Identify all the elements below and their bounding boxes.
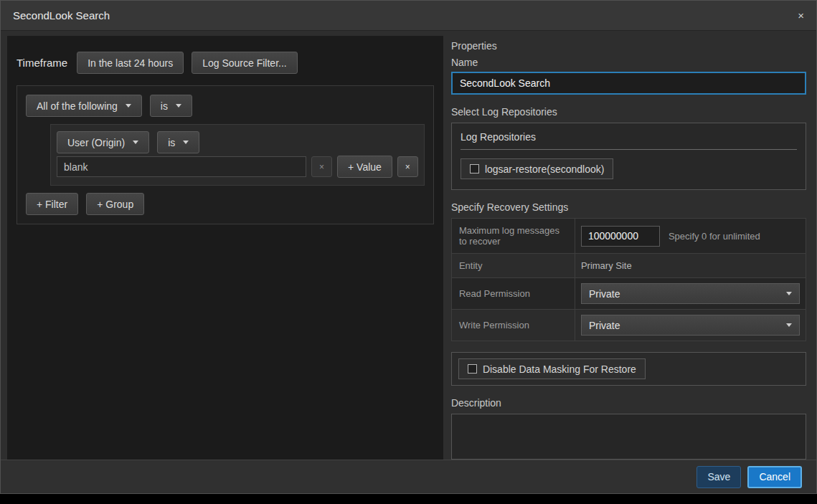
description-label: Description	[451, 397, 806, 409]
log-repositories-box: Log Repositories logsar-restore(secondlo…	[451, 123, 806, 190]
add-filter-button[interactable]: + Filter	[26, 193, 78, 215]
group-comparator-dropdown[interactable]: is	[150, 95, 192, 117]
table-row: Maximum log messages to recover Specify …	[452, 219, 806, 254]
write-permission-value: Private	[589, 320, 620, 331]
group-actions-row: + Filter + Group	[26, 193, 425, 215]
repository-checkbox-item[interactable]: logsar-restore(secondlook)	[461, 158, 614, 179]
name-label: Name	[451, 57, 806, 68]
write-permission-dropdown[interactable]: Private	[581, 315, 800, 336]
table-row: Read Permission Private	[452, 278, 806, 310]
log-repositories-title: Log Repositories	[461, 131, 797, 150]
group-operator-row: All of the following is	[26, 95, 425, 117]
read-permission-label: Read Permission	[452, 278, 575, 309]
remove-value-button[interactable]: ×	[311, 156, 332, 177]
entity-cell: Primary Site	[575, 254, 806, 277]
chevron-down-icon	[176, 104, 181, 108]
checkbox-icon	[470, 164, 479, 173]
group-comparator-value: is	[161, 100, 168, 112]
secondlook-search-dialog: SecondLook Search × Timeframe In the las…	[0, 0, 817, 494]
filter-value-row: × + Value ×	[57, 156, 418, 178]
group-operator-value: All of the following	[37, 100, 118, 112]
recovery-settings-label: Specify Recovery Settings	[451, 201, 806, 213]
filter-group: All of the following is User (Origin)	[16, 85, 434, 224]
title-bar: SecondLook Search ×	[1, 1, 816, 31]
properties-label: Properties	[451, 40, 806, 52]
entity-label: Entity	[452, 254, 575, 277]
max-messages-input[interactable]	[581, 226, 660, 247]
add-group-button[interactable]: + Group	[86, 193, 144, 215]
filter-builder-panel: Timeframe In the last 24 hours Log Sourc…	[7, 36, 443, 460]
disable-masking-label: Disable Data Masking For Restore	[483, 363, 636, 375]
save-button[interactable]: Save	[696, 466, 741, 488]
cancel-button[interactable]: Cancel	[747, 466, 802, 488]
filter-field-value: User (Origin)	[67, 137, 125, 148]
remove-filter-button[interactable]: ×	[397, 156, 418, 177]
read-permission-value: Private	[589, 288, 620, 300]
max-messages-hint: Specify 0 for unlimited	[669, 231, 760, 242]
timeframe-row: Timeframe In the last 24 hours Log Sourc…	[16, 52, 434, 74]
name-input[interactable]	[451, 72, 806, 95]
filter-field-dropdown[interactable]: User (Origin)	[57, 131, 149, 153]
filter-value-input[interactable]	[57, 156, 306, 177]
chevron-down-icon	[786, 292, 792, 295]
chevron-down-icon	[183, 141, 189, 144]
disable-masking-checkbox[interactable]: Disable Data Masking For Restore	[458, 358, 646, 379]
add-value-button[interactable]: + Value	[337, 156, 392, 178]
properties-panel: Properties Name Select Log Repositories …	[451, 36, 808, 460]
chevron-down-icon	[126, 104, 131, 108]
description-textarea[interactable]	[451, 414, 806, 460]
masking-section: Disable Data Masking For Restore	[451, 352, 806, 386]
dialog-body: Timeframe In the last 24 hours Log Sourc…	[1, 31, 816, 460]
filter-field-row: User (Origin) is	[57, 131, 418, 153]
select-log-repositories-label: Select Log Repositories	[451, 106, 806, 118]
screen: SecondLook Search × Timeframe In the las…	[0, 0, 817, 504]
filter-comparator-value: is	[168, 137, 175, 148]
checkbox-icon	[468, 364, 477, 374]
dialog-title: SecondLook Search	[13, 9, 110, 22]
log-source-filter-button[interactable]: Log Source Filter...	[192, 52, 298, 74]
max-messages-cell: Specify 0 for unlimited	[575, 219, 806, 253]
dialog-footer: Save Cancel	[1, 460, 816, 493]
chevron-down-icon	[786, 323, 792, 327]
recovery-settings-table: Maximum log messages to recover Specify …	[451, 218, 806, 341]
read-permission-cell: Private	[575, 278, 806, 309]
read-permission-dropdown[interactable]: Private	[581, 283, 800, 304]
write-permission-label: Write Permission	[452, 310, 575, 341]
timeframe-button[interactable]: In the last 24 hours	[77, 52, 184, 74]
repository-label: logsar-restore(secondlook)	[485, 163, 605, 175]
max-messages-label: Maximum log messages to recover	[452, 219, 575, 253]
close-icon[interactable]: ×	[798, 9, 804, 22]
table-row: Entity Primary Site	[452, 254, 806, 278]
filter-item: User (Origin) is × + Value	[50, 124, 425, 186]
entity-value: Primary Site	[581, 260, 632, 271]
write-permission-cell: Private	[575, 310, 806, 341]
group-operator-dropdown[interactable]: All of the following	[26, 95, 142, 117]
table-row: Write Permission Private	[452, 310, 806, 341]
timeframe-label: Timeframe	[16, 57, 67, 69]
chevron-down-icon	[133, 141, 138, 144]
filter-comparator-dropdown[interactable]: is	[157, 131, 199, 153]
